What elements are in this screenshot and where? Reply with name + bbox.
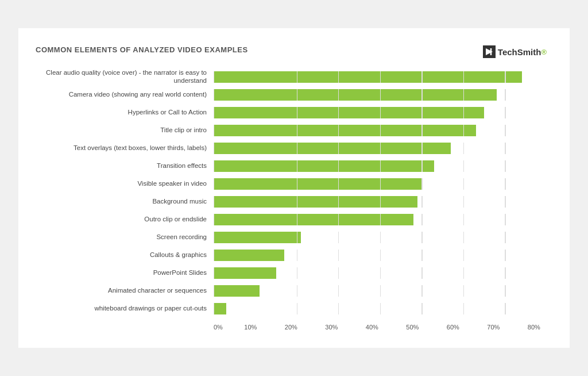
bar-track [214,71,547,83]
bar-label: Screen recording [36,233,214,241]
bar-fill [214,196,417,208]
bar-row: Callouts & graphics [36,248,547,263]
bar-fill [214,214,413,225]
bar-row: Clear audio quality (voice over) - the n… [36,70,547,85]
bar-row: Text overlays (text boxes, lower thirds,… [36,141,547,156]
x-axis-tick: 0% [214,324,223,331]
bar-fill [214,71,522,83]
bar-label: Animated character or sequences [36,287,214,295]
bar-track [214,107,547,118]
bar-label: Outro clip or endslide [36,216,214,224]
bar-row: Title clip or intro [36,123,547,138]
x-axis-tick: 40% [366,324,378,331]
x-axis-tick: 30% [325,324,338,331]
bar-label: Callouts & graphics [36,251,214,259]
bar-fill [214,250,284,261]
bar-label: Background music [36,198,214,206]
bar-fill [214,232,301,243]
x-axis-tick: 70% [487,324,500,331]
bar-fill [214,267,276,279]
chart-header: COMMON ELEMENTS OF ANALYZED VIDEO EXAMPL… [36,45,547,58]
x-axis-labels: 0%10%20%30%40%50%60%70%80% [214,324,547,331]
bar-row: Screen recording [36,230,547,245]
bar-label: Transition effects [36,162,214,170]
bar-label: Visible speaker in video [36,180,214,188]
bar-row: Background music [36,194,547,209]
x-axis-tick: 50% [406,324,419,331]
bar-fill [214,89,497,101]
bar-row: Outro clip or endslide [36,212,547,227]
bar-label: Camera video (showing any real world con… [36,91,214,99]
bar-fill [214,160,434,172]
logo-text: TechSmith [498,47,541,57]
bar-row: Camera video (showing any real world con… [36,87,547,102]
bar-label: Text overlays (text boxes, lower thirds,… [36,144,214,152]
bar-track [214,285,547,297]
bar-row: Animated character or sequences [36,283,547,298]
bar-fill [214,143,451,154]
chart-title: COMMON ELEMENTS OF ANALYZED VIDEO EXAMPL… [36,45,248,54]
techsmith-logo: TechSmith® [483,45,547,58]
x-axis-tick: 20% [285,324,297,331]
x-axis-tick: 60% [447,324,459,331]
x-axis-tick: 10% [244,324,257,331]
bar-label: Title clip or intro [36,126,214,135]
bar-row: whiteboard drawings or paper cut-outs [36,301,547,316]
bar-fill [214,285,260,297]
bar-label: whiteboard drawings or paper cut-outs [36,305,214,313]
bar-row: Hyperlinks or Call to Action [36,105,547,120]
bar-fill [214,178,422,190]
bar-track [214,250,547,261]
x-axis-area: 0%10%20%30%40%50%60%70%80% [36,324,547,331]
bar-fill [214,107,484,118]
bar-label: PowerPoint Slides [36,269,214,277]
chart-area: Clear audio quality (voice over) - the n… [36,70,547,319]
x-axis-tick: 80% [528,324,540,331]
bar-row: PowerPoint Slides [36,266,547,281]
bar-track [214,214,547,225]
chart-container: COMMON ELEMENTS OF ANALYZED VIDEO EXAMPL… [18,28,570,348]
bar-track [214,160,547,172]
bar-label: Hyperlinks or Call to Action [36,109,214,117]
bar-track [214,178,547,190]
bar-track [214,303,547,314]
bar-track [214,196,547,208]
bar-track [214,267,547,279]
bar-track [214,232,547,243]
bar-track [214,125,547,136]
bar-fill [214,303,226,314]
bar-row: Transition effects [36,159,547,174]
bar-track [214,143,547,154]
bar-fill [214,125,476,136]
bar-row: Visible speaker in video [36,177,547,191]
bar-track [214,89,547,101]
bar-label: Clear audio quality (voice over) - the n… [36,69,214,85]
